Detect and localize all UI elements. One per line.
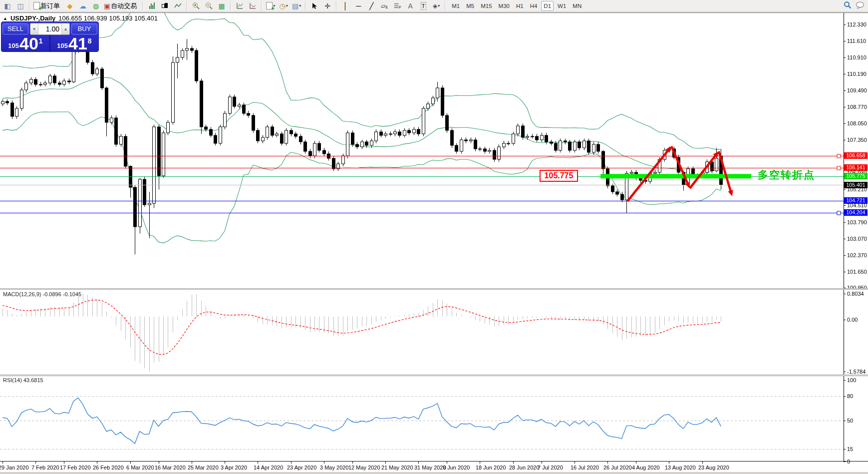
toolbar-separator [230,1,231,10]
text-tool-icon[interactable]: A [404,0,417,11]
date-axis-label: 29 Jan 2020 [0,465,29,471]
search-icon[interactable] [844,1,852,9]
price-axis-tick: 108.050 [847,120,867,126]
top-toolbar: ◧ ◫ + 新订单 ◆ ☁ ◍ ▣ 自动交易 ▦ + ▾ ◷ ▾ [0,0,868,12]
date-axis-label: 9 Jun 2020 [443,465,470,471]
price-level-badge: 104.721 [844,197,868,204]
trendline-tool-icon[interactable]: ╱ [365,0,378,11]
buy-button[interactable]: BUY [71,23,97,34]
new-order-button[interactable]: + 新订单 [32,0,63,11]
volume-input[interactable] [38,23,61,34]
auto-trading-button[interactable]: ▣ 自动交易 [102,0,140,11]
indicator-window-icon[interactable] [233,0,246,11]
main-macd-separator[interactable] [0,288,868,290]
chat-icon[interactable] [856,1,865,9]
template-dropdown[interactable]: ▤ ▾ [290,0,303,11]
panels-icon[interactable]: ◧ [1,0,14,11]
indicator-axis-tick: 80 [847,393,868,399]
timeframe-button-M30[interactable]: M30 [496,1,512,11]
date-axis-label: 31 May 2020 [414,465,446,471]
auto-trading-icon: ▣ [104,2,110,9]
toolbar-separator [336,1,337,10]
price-axis-tick: 109.490 [847,87,867,93]
price-level-badge: 106.658 [844,152,868,159]
date-axis-label: 7 Feb 2020 [31,465,59,471]
price-callout-box[interactable]: 105.775 [540,170,578,182]
sell-button[interactable]: SELL [2,23,28,34]
volume-down-button[interactable]: ▼ [30,23,38,34]
shapes-dropdown[interactable]: ◈ ▾ [430,0,443,11]
toolbar-separator [186,1,187,10]
strategy-tester-icon[interactable]: ◫ [14,0,27,11]
turning-point-annotation[interactable]: 多空转折点 [758,168,815,182]
channel-tool-icon[interactable]: ▱E [378,0,391,11]
collapse-arrow-icon[interactable]: ▲ [3,16,7,21]
cursor-tool-icon[interactable] [308,0,321,11]
volume-up-button[interactable]: ▲ [61,23,69,34]
ohlc-values: 106.655 106.939 105.193 105.401 [58,14,158,22]
vertical-line-tool-icon[interactable]: │ [339,0,352,11]
indicator-axis-tick: 100 [847,377,868,383]
timeframe-button-M5[interactable]: M5 [464,1,477,11]
timeframe-button-H4[interactable]: H4 [528,1,540,11]
zoom-out-icon[interactable] [202,0,215,11]
new-chart-dropdown[interactable]: + ▾ [264,0,277,11]
mql-community-icon[interactable]: ☁ [76,0,89,11]
shapes-icon: ◈ [433,2,437,9]
timeframe-button-M1[interactable]: M1 [449,1,462,11]
timeframe-button-H1[interactable]: H1 [514,1,526,11]
new-order-icon: + [33,2,40,9]
horizontal-line-tool-icon[interactable]: ─ [352,0,365,11]
chart-canvas[interactable] [0,0,868,474]
tile-windows-icon[interactable]: ▦ [215,0,228,11]
signals-icon[interactable]: ◍ [89,0,102,11]
indicator-add-icon[interactable] [246,0,259,11]
price-level-badge: 106.141 [844,164,868,171]
price-axis-tick: 101.650 [847,269,867,275]
bar-chart-mode-icon[interactable] [145,0,158,11]
crosshair-tool-icon[interactable]: ✛ [321,0,334,11]
price-axis-tick: 110.190 [847,71,867,77]
text-label-tool-icon[interactable]: T [417,0,430,11]
date-axis-label: 26 Feb 2020 [93,465,124,471]
price-axis-tick: 100.950 [847,285,867,291]
auto-trading-label: 自动交易 [111,1,137,10]
period-clock-icon: ◷ [280,2,286,9]
buy-price[interactable]: 105 41 8 [50,35,98,51]
date-axis-label: 23 Apr 2020 [287,465,316,471]
toolbar-separator [445,1,446,10]
candlestick-mode-icon[interactable] [158,0,171,11]
indicator-axis-tick: 0.00 [847,317,868,323]
date-axis-label: 25 Mar 2020 [188,465,219,471]
price-axis-tick: 107.350 [847,137,867,143]
date-axis-label: 23 Aug 2020 [698,465,729,471]
new-chart-icon: + [266,2,273,9]
fibonacci-tool-icon[interactable]: ☰F [391,0,404,11]
template-icon: ▤ [292,2,298,9]
date-axis-label: 4 Aug 2020 [632,465,660,471]
price-axis-tick: 111.610 [847,38,867,44]
date-axis-label: 26 Jul 2020 [603,465,632,471]
indicator-axis-tick: 15 [847,446,868,452]
period-dropdown[interactable]: ◷ ▾ [277,0,290,11]
timeframe-button-W1[interactable]: W1 [555,1,569,11]
indicator-axis-tick: 0 [847,459,868,465]
date-axis-label: 14 Apr 2020 [254,465,283,471]
timeframe-button-D1[interactable]: D1 [541,1,554,11]
toolbar-separator [142,1,143,10]
sell-price[interactable]: 105 40 1 [1,35,50,51]
sound-alert-icon[interactable]: ◆ [63,0,76,11]
line-chart-mode-icon[interactable] [171,0,184,11]
date-axis-label: 6 Mar 2020 [126,465,154,471]
indicator-axis-tick: 50 [847,418,868,424]
zoom-in-icon[interactable] [189,0,202,11]
timeframe-button-MN[interactable]: MN [570,1,584,11]
timeframe-button-M15[interactable]: M15 [478,1,494,11]
price-level-badge: 105.401 [844,182,868,188]
date-axis-label: 7 Jul 2020 [538,465,563,471]
macd-rsi-separator[interactable] [0,375,868,376]
price-level-badge: 105.775 [844,173,868,179]
price-level-badge: 104.204 [844,209,868,216]
new-order-label: 新订单 [40,1,60,10]
date-axis-label: 16 Jul 2020 [571,465,599,471]
